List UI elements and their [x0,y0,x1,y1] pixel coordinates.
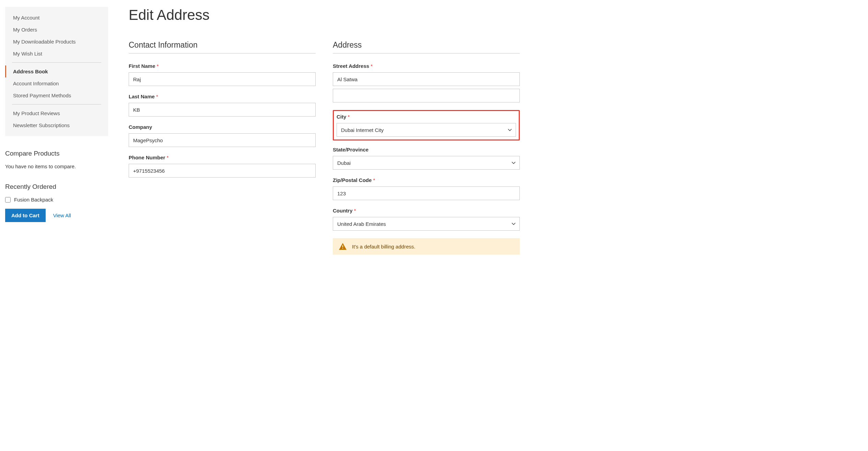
nav-my-downloadable[interactable]: My Downloadable Products [5,36,108,48]
zip-label: Zip/Postal Code [333,177,520,183]
recent-item-label: Fusion Backpack [14,197,53,203]
nav-address-book[interactable]: Address Book [5,65,108,77]
nav-my-account[interactable]: My Account [5,12,108,24]
address-section: Address Street Address City Dubai Intern… [333,40,520,255]
country-select[interactable]: United Arab Emirates [333,217,520,231]
recently-ordered: Recently Ordered Fusion Backpack Add to … [5,183,108,222]
city-highlight: City Dubai Internet City [333,110,520,141]
add-to-cart-button[interactable]: Add to Cart [5,209,46,222]
view-all-link[interactable]: View All [53,212,71,218]
phone-label: Phone Number [129,155,316,160]
last-name-label: Last Name [129,94,316,99]
company-input[interactable] [129,133,316,147]
nav-product-reviews[interactable]: My Product Reviews [5,107,108,119]
account-nav: My Account My Orders My Downloadable Pro… [5,7,108,136]
recent-item-checkbox[interactable] [5,197,11,203]
nav-separator [12,104,101,105]
warning-icon [339,243,347,250]
nav-my-wish-list[interactable]: My Wish List [5,48,108,60]
country-label: Country [333,208,520,214]
last-name-input[interactable] [129,103,316,117]
default-billing-notice: It's a default billing address. [333,238,520,255]
nav-separator [12,62,101,63]
recently-ordered-title: Recently Ordered [5,183,108,191]
compare-title: Compare Products [5,150,108,157]
city-select[interactable]: Dubai Internet City [337,123,516,137]
contact-info-section: Contact Information First Name Last Name… [129,40,316,255]
compare-empty-text: You have no items to compare. [5,163,108,169]
street1-input[interactable] [333,72,520,86]
nav-newsletter[interactable]: Newsletter Subscriptions [5,119,108,131]
state-select[interactable]: Dubai [333,156,520,170]
nav-my-orders[interactable]: My Orders [5,24,108,36]
nav-account-info[interactable]: Account Information [5,77,108,89]
page-title: Edit Address [129,7,520,23]
zip-input[interactable] [333,186,520,200]
first-name-input[interactable] [129,72,316,86]
contact-section-title: Contact Information [129,40,316,53]
nav-stored-payment[interactable]: Stored Payment Methods [5,89,108,101]
svg-rect-1 [342,248,343,249]
address-section-title: Address [333,40,520,53]
city-label: City [337,114,516,120]
street2-input[interactable] [333,89,520,102]
first-name-label: First Name [129,63,316,69]
phone-input[interactable] [129,164,316,178]
compare-products: Compare Products You have no items to co… [5,150,108,169]
svg-rect-0 [342,245,343,247]
default-billing-text: It's a default billing address. [352,244,415,249]
street-label: Street Address [333,63,520,69]
state-label: State/Province [333,147,520,153]
company-label: Company [129,124,316,130]
